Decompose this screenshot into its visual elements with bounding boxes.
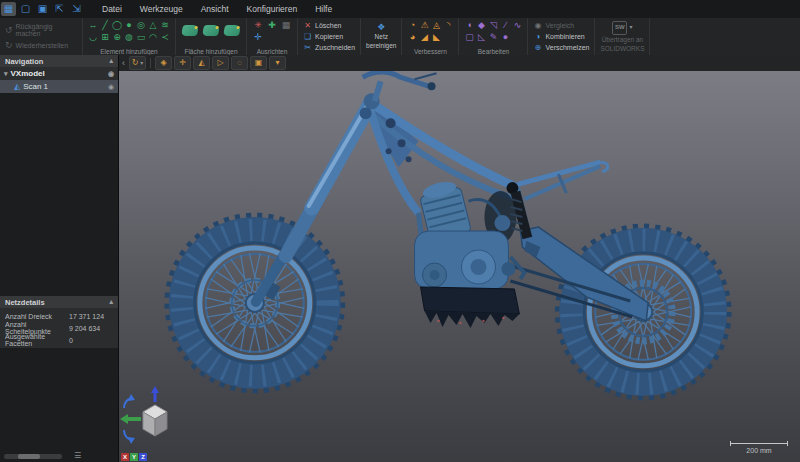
element-icon-11[interactable]: ◍	[125, 33, 133, 42]
navigation-header[interactable]: Navigation ▴	[0, 55, 118, 67]
merge-icon: ⊕	[533, 43, 542, 52]
visibility-eye-icon[interactable]: ◉	[108, 83, 114, 91]
undo-icon: ↺	[5, 25, 13, 35]
element-icon-2[interactable]: ╱	[102, 21, 107, 30]
import-icon[interactable]: ⇱	[52, 2, 67, 16]
clean-mesh-button[interactable]: ❖ Netz bereinigen	[361, 18, 402, 55]
edit-icon-3[interactable]: ◹	[490, 21, 497, 30]
redo-button[interactable]: ↻ Wiederherstellen	[5, 40, 77, 50]
improve-icon-1[interactable]: ◔	[410, 21, 415, 30]
visibility-eye-icon[interactable]: ◉	[108, 70, 114, 78]
select-through-button[interactable]: ◭	[193, 56, 210, 70]
axis-labels: X Y Z	[121, 453, 147, 461]
panel-collapse-icon[interactable]: ‹	[122, 58, 125, 68]
orbit-icon: ↻	[132, 59, 139, 67]
y-axis-label: Y	[130, 453, 138, 461]
ribbon-toolbar: ↺ Rückgängig machen ↻ Wiederherstellen ↔…	[0, 18, 800, 56]
select-visible-button[interactable]: ▷	[212, 56, 229, 70]
element-icon-8[interactable]: ◡	[89, 33, 97, 42]
menu-werkzeuge[interactable]: Werkzeuge	[131, 0, 192, 18]
list-view-icon[interactable]: ☰	[74, 452, 81, 460]
element-icon-6[interactable]: △	[150, 21, 157, 30]
improve-icon-3[interactable]: ◬	[433, 21, 440, 30]
edit-icon-6[interactable]: ▢	[465, 33, 474, 42]
group-label: Fläche hinzufügen	[176, 48, 246, 55]
improve-icon-2[interactable]: ⚠	[420, 21, 428, 30]
fit-view-button[interactable]: ◈	[155, 56, 172, 70]
selected-facet-count: 0	[69, 337, 73, 344]
redo-icon: ↻	[5, 40, 13, 50]
panel-scrollbar[interactable]	[4, 454, 62, 459]
undo-button[interactable]: ↺ Rückgängig machen	[5, 23, 77, 37]
edit-icon-4[interactable]: ∕	[505, 21, 507, 30]
improve-icon-4[interactable]: ◝	[447, 21, 451, 30]
align-icon-1[interactable]: ✳	[254, 21, 262, 30]
crop-button[interactable]: ✂ Zuschneiden	[303, 43, 355, 52]
element-icon-5[interactable]: ◎	[137, 21, 145, 30]
orbit-tool-button[interactable]: ↻▾	[129, 56, 146, 70]
combine-button[interactable]: ◑ Kombinieren	[533, 32, 589, 41]
menu-hilfe[interactable]: Hilfe	[306, 0, 341, 18]
3d-canvas[interactable]: X Y Z 200 mm	[119, 71, 800, 462]
scale-line	[730, 441, 788, 446]
element-icon-10[interactable]: ⊕	[113, 33, 121, 42]
left-panel: Navigation ▴ ▾ VXmodel ◉ ◭ Scan 1 ◉ Netz…	[0, 55, 119, 462]
element-icon-13[interactable]: ◠	[149, 33, 157, 42]
chevron-down-icon: ▾	[629, 24, 632, 31]
element-icon-12[interactable]: ▭	[137, 33, 146, 42]
menu-datei[interactable]: Datei	[93, 0, 131, 18]
menu-ansicht[interactable]: Ansicht	[192, 0, 238, 18]
tree-item-vxmodel[interactable]: ▾ VXmodel ◉	[0, 67, 118, 80]
view-cube[interactable]	[119, 386, 191, 452]
align-icon-3[interactable]: ▦	[282, 21, 291, 30]
mesh-details-panel: Netzdetails ▴ Anzahl Dreieck 17 371 124 …	[0, 296, 118, 348]
align-icon-4[interactable]: ✛	[254, 33, 262, 42]
collapse-icon[interactable]: ▴	[109, 298, 113, 306]
compare-button[interactable]: ◉ Vergleich	[533, 21, 589, 30]
transfer-solidworks-button[interactable]: SW ▾ Übertragen an SOLIDWORKS	[595, 18, 650, 55]
element-icon-9[interactable]: ⊞	[101, 33, 109, 42]
surface-patch-icon-3[interactable]	[223, 25, 241, 36]
element-icon-1[interactable]: ↔	[89, 21, 98, 30]
save-icon[interactable]: ▣	[35, 2, 50, 16]
element-icon-7[interactable]: ≋	[161, 21, 169, 30]
delete-button[interactable]: ✕ Löschen	[303, 21, 355, 30]
tree-item-scan1[interactable]: ◭ Scan 1 ◉	[0, 80, 118, 93]
element-icon-4[interactable]: ●	[126, 21, 131, 30]
edit-icon-8[interactable]: ✎	[490, 33, 498, 42]
improve-icon-7[interactable]: ◣	[433, 33, 440, 42]
edit-icon-7[interactable]: ◺	[478, 33, 485, 42]
group-ausrichten: ✳ ✚ ▦ ✛ Ausrichten	[247, 18, 298, 55]
compare-icon: ◉	[533, 21, 542, 30]
select-circle-button[interactable]: ◌	[231, 56, 248, 70]
edit-icon-9[interactable]: ●	[503, 33, 508, 42]
surface-patch-icon-2[interactable]	[202, 25, 220, 36]
selection-more-dropdown[interactable]: ▾	[269, 56, 286, 70]
expander-icon[interactable]: ▾	[4, 70, 8, 78]
merge-button[interactable]: ⊕ Verschmelzen	[533, 43, 589, 52]
improve-icon-5[interactable]: ◕	[410, 33, 415, 42]
surface-patch-icon-1[interactable]	[181, 25, 199, 36]
edit-icon-2[interactable]: ◆	[478, 21, 485, 30]
new-file-icon[interactable]: ▢	[18, 2, 33, 16]
copy-icon: ❏	[303, 32, 312, 41]
chevron-down-icon: ▾	[140, 60, 143, 66]
edit-icon-1[interactable]: ◖	[467, 21, 472, 30]
export-icon[interactable]: ⇲	[69, 2, 84, 16]
app-icon[interactable]: ▦	[1, 2, 16, 16]
select-rect-button[interactable]: ▣	[250, 56, 267, 70]
menu-konfigurieren[interactable]: Konfigurieren	[238, 0, 307, 18]
edit-icon-5[interactable]: ∿	[514, 21, 522, 30]
mesh-icon: ◭	[14, 82, 20, 91]
element-icon-3[interactable]: ◯	[112, 21, 122, 30]
skid-plate	[421, 287, 520, 328]
improve-icon-6[interactable]: ◢	[421, 33, 428, 42]
element-icon-14[interactable]: ≺	[161, 33, 169, 42]
solidworks-cube-icon: SW	[612, 21, 627, 35]
align-icon-2[interactable]: ✚	[268, 21, 276, 30]
mesh-details-header[interactable]: Netzdetails ▴	[0, 296, 118, 308]
copy-button[interactable]: ❏ Kopieren	[303, 32, 355, 41]
pan-view-button[interactable]: ✛	[174, 56, 191, 70]
collapse-icon[interactable]: ▴	[109, 57, 113, 65]
edit-buttons-stack: ✕ Löschen ❏ Kopieren ✂ Zuschneiden	[298, 18, 361, 55]
